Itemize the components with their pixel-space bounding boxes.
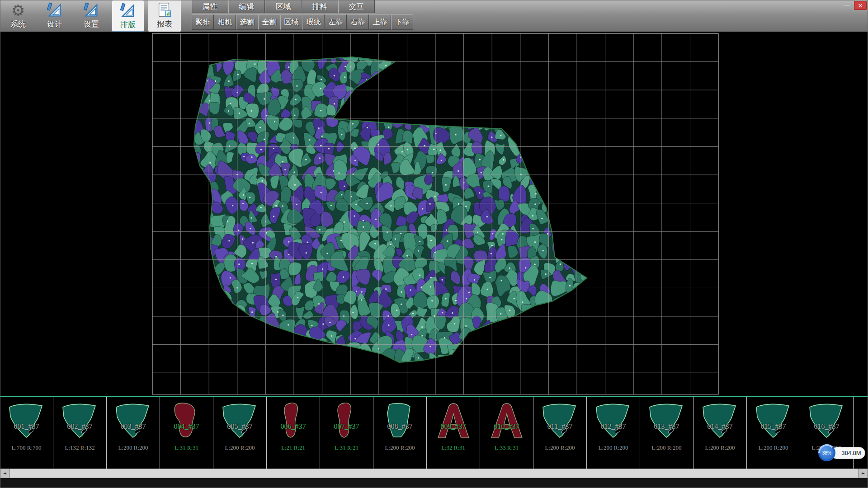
- main-mode-buttons: ⚙ 系统 设计 设置 排版 报表: [2, 0, 181, 32]
- piece-thumbnail: [539, 399, 580, 442]
- piece-lr-count: L:200 R:200: [533, 444, 586, 451]
- mode-label: 设置: [84, 19, 99, 29]
- piece-name: 004_#37: [160, 422, 213, 431]
- piece-cell-006[interactable]: 006_#37 L:21 R:21: [267, 397, 320, 469]
- piece-lr-count: L:132 R:132: [53, 444, 106, 451]
- menu-tab-row: 属性编辑区域排料交互: [192, 0, 413, 13]
- tool-button-align-top[interactable]: 上靠: [369, 14, 391, 30]
- piece-cell-009[interactable]: 009_#37 L:32 R:31: [427, 397, 480, 469]
- piece-lr-count: L:21 R:21: [267, 444, 320, 451]
- menu-area: 属性编辑区域排料交互 聚排相机选割全割区域瑕疵左靠右靠上靠下靠: [192, 0, 413, 30]
- tool-button-align-right[interactable]: 右靠: [347, 14, 369, 30]
- piece-name: 012_#37: [587, 422, 640, 431]
- mode-label: 报表: [157, 19, 172, 29]
- piece-lr-count: L:200 R:200: [213, 444, 266, 451]
- piece-cell-005[interactable]: 005_#37 L:200 R:200: [213, 397, 267, 469]
- piece-thumbnail: [379, 399, 420, 442]
- piece-cell-013[interactable]: 013_#37 L:200 R:200: [640, 397, 693, 469]
- menu-tab-region[interactable]: 区域: [265, 0, 302, 13]
- piece-cell-015[interactable]: 015_#37 L:200 R:200: [747, 397, 800, 469]
- scroll-left-button[interactable]: ◄: [0, 469, 9, 478]
- piece-cell-008[interactable]: 008_#37 L:200 R:200: [373, 397, 427, 469]
- big-button-system[interactable]: ⚙ 系统: [2, 0, 34, 32]
- piece-cell-014[interactable]: 014_#37 L:200 R:200: [693, 397, 747, 469]
- window-bottom-edge: [0, 478, 868, 488]
- tool-button-select-cut[interactable]: 选割: [236, 14, 258, 30]
- close-button[interactable]: ×: [854, 1, 867, 10]
- piece-name: 009_#37: [427, 422, 480, 431]
- ruler-icon: [119, 2, 137, 20]
- big-button-nesting[interactable]: 排版: [112, 0, 144, 32]
- piece-lr-count: L:31 R:31: [160, 444, 213, 451]
- piece-name: 010_#37: [480, 422, 533, 431]
- piece-name: 001_#37: [0, 422, 53, 431]
- piece-cell-007[interactable]: 007_#37 L:31 R:21: [320, 397, 373, 469]
- menu-tab-nest[interactable]: 排料: [302, 0, 338, 13]
- piece-thumbnail: [593, 399, 633, 442]
- big-button-design[interactable]: 设计: [38, 0, 71, 32]
- piece-thumbnail: [273, 399, 313, 442]
- menu-tab-properties[interactable]: 属性: [192, 0, 228, 13]
- piece-thumbnail: [806, 399, 847, 442]
- piece-thumbnail: [326, 399, 367, 442]
- tool-button-defect[interactable]: 瑕疵: [302, 14, 325, 30]
- piece-lr-count: L:31 R:21: [320, 444, 373, 451]
- piece-thumbnail: [486, 399, 527, 442]
- big-button-report[interactable]: 报表: [148, 0, 181, 32]
- piece-name: 014_#37: [693, 422, 746, 431]
- piece-cell-003[interactable]: 003_#37 L:200 R:200: [107, 397, 160, 469]
- big-button-settings[interactable]: 设置: [75, 0, 108, 32]
- menu-tab-interact[interactable]: 交互: [338, 0, 375, 13]
- piece-lr-count: L:200 R:200: [640, 444, 693, 451]
- pieces-panel: 001_#37 L:700 R:700 002_#37 L:132 R:132 …: [0, 396, 868, 469]
- piece-cell-012[interactable]: 012_#37 L:200 R:200: [587, 397, 640, 469]
- horizontal-scrollbar[interactable]: ◄ ►: [0, 469, 868, 478]
- piece-name: 003_#37: [107, 422, 160, 431]
- piece-thumbnail: [699, 399, 740, 442]
- scroll-right-button[interactable]: ►: [859, 469, 868, 478]
- mode-label: 设计: [47, 19, 62, 29]
- piece-name: 005_#37: [213, 422, 266, 431]
- menu-tab-edit[interactable]: 编辑: [228, 0, 265, 13]
- piece-lr-count: L:33 R:31: [480, 444, 533, 451]
- minimize-button[interactable]: —: [841, 1, 853, 10]
- progress-value: 38%: [820, 446, 834, 460]
- piece-cell-010[interactable]: 010_#37 L:33 R:31: [480, 397, 533, 469]
- mode-label: 系统: [10, 19, 26, 29]
- nesting-canvas[interactable]: [0, 32, 868, 396]
- piece-lr-count: L:200 R:200: [693, 444, 746, 451]
- piece-lr-count: L:200 R:200: [373, 444, 426, 451]
- nesting-canvas-svg[interactable]: [0, 32, 868, 396]
- piece-name: 007_#37: [320, 422, 373, 431]
- window-controls: — ×: [841, 1, 867, 10]
- piece-thumbnail: [166, 399, 207, 442]
- piece-thumbnail: [219, 399, 260, 442]
- tool-button-camera[interactable]: 相机: [214, 14, 236, 30]
- piece-thumbnail: [59, 399, 100, 442]
- piece-name: 011_#37: [533, 422, 586, 431]
- tool-button-region[interactable]: 区域: [280, 14, 302, 30]
- progress-badge: 38%: [818, 444, 835, 461]
- piece-thumbnail: [113, 399, 153, 442]
- piece-cell-001[interactable]: 001_#37 L:700 R:700: [0, 397, 53, 469]
- piece-thumbnail: [433, 399, 473, 442]
- tool-button-align-bottom[interactable]: 下靠: [391, 14, 413, 30]
- piece-cell-002[interactable]: 002_#37 L:132 R:132: [53, 397, 107, 469]
- piece-lr-count: L:200 R:200: [587, 444, 640, 451]
- scrollbar-track[interactable]: [9, 469, 859, 478]
- piece-name: 015_#37: [747, 422, 800, 431]
- piece-name: 008_#37: [373, 422, 426, 431]
- piece-name: 002_#37: [53, 422, 106, 431]
- scrollbar-thumb[interactable]: [9, 469, 859, 478]
- piece-cell-011[interactable]: 011_#37 L:200 R:200: [533, 397, 587, 469]
- ruler-icon: [46, 1, 64, 19]
- piece-thumbnail: [753, 399, 793, 442]
- report-icon: [156, 1, 174, 19]
- piece-cell-004[interactable]: 004_#37 L:31 R:31: [160, 397, 213, 469]
- tool-button-cut-all[interactable]: 全割: [258, 14, 280, 30]
- ribbon: ⚙ 系统 设计 设置 排版 报表 属性编辑区域排料交互 聚排相机选割全割区域瑕疵…: [0, 0, 868, 32]
- tool-button-align-left[interactable]: 左靠: [325, 14, 347, 30]
- piece-name: 016_#37: [800, 422, 853, 431]
- piece-name: 006_#37: [267, 422, 320, 431]
- tool-button-cluster-nest[interactable]: 聚排: [192, 14, 214, 30]
